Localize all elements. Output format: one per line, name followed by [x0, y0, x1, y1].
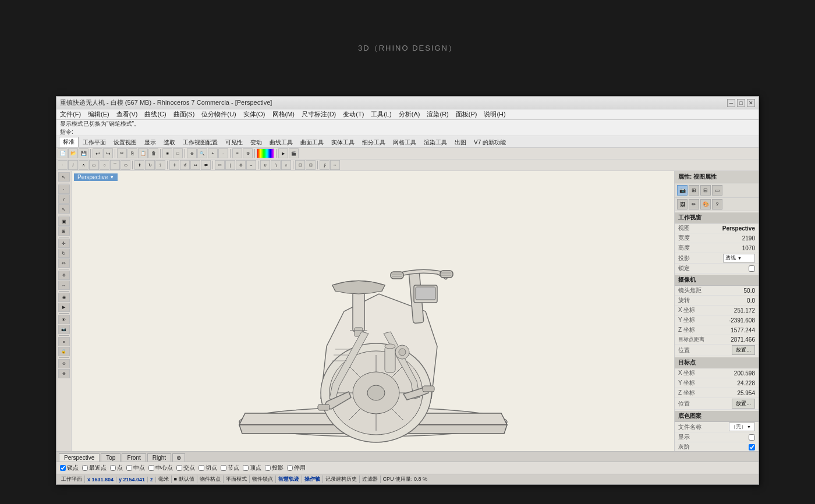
menu-analysis[interactable]: 分析(A)	[398, 110, 421, 119]
tb-render[interactable]: ▶	[278, 148, 288, 158]
tb2-scale[interactable]: ⇔	[190, 160, 200, 170]
tab-v7-new[interactable]: V7 的新功能	[470, 138, 509, 147]
tb2-join[interactable]: ⊕	[236, 160, 246, 170]
tb-undo[interactable]: ↩	[93, 148, 102, 158]
menu-render[interactable]: 渲染(R)	[426, 110, 449, 119]
lt-mesh[interactable]: ⊞	[58, 226, 70, 236]
lt-point[interactable]: ·	[58, 184, 70, 194]
bg-file-selector[interactable]: （无） ▼	[729, 423, 755, 431]
tab-solid-tools[interactable]: 实体工具	[328, 138, 358, 147]
btab-right[interactable]: Right	[147, 453, 171, 462]
tb-layer[interactable]: ≡	[232, 148, 242, 158]
menu-surface[interactable]: 曲面(S)	[172, 110, 196, 119]
btn-cam-pos[interactable]: 放置...	[732, 345, 755, 355]
lt-line[interactable]: /	[58, 194, 70, 204]
checkbox-bg-show[interactable]	[749, 434, 755, 441]
tab-subd-tools[interactable]: 细分工具	[359, 138, 389, 147]
lt-surface[interactable]: ▣	[58, 216, 70, 226]
menu-view[interactable]: 查看(V)	[115, 110, 139, 119]
checkbox-bg-gray[interactable]	[749, 444, 755, 450]
snap-vertex[interactable]: 顶点	[243, 464, 261, 472]
panel-icon-color[interactable]: 🎨	[700, 199, 711, 210]
lt-named-views[interactable]: 👁	[58, 315, 70, 324]
snap-center[interactable]: 中心点	[148, 464, 173, 472]
lt-scale[interactable]: ⇔	[58, 258, 70, 268]
tab-layout[interactable]: 出图	[451, 138, 470, 147]
tb-open[interactable]: 📂	[68, 148, 78, 158]
panel-icon-grid[interactable]: ⊟	[700, 185, 711, 196]
tb2-rotate[interactable]: ↺	[180, 160, 190, 170]
menu-tools[interactable]: 工具(L)	[370, 110, 392, 119]
tab-render-tools[interactable]: 渲染工具	[420, 138, 451, 147]
tb-zoom-out[interactable]: -	[218, 148, 228, 158]
lt-render2[interactable]: ▶	[58, 303, 70, 312]
btab-top[interactable]: Top	[101, 453, 121, 462]
tb2-point[interactable]: ·	[58, 160, 68, 170]
btab-add[interactable]: ⊕	[172, 453, 185, 462]
minimize-button[interactable]: ─	[727, 99, 735, 107]
tb-properties[interactable]: ⚙	[243, 148, 253, 158]
tb-select-all[interactable]: ■	[162, 148, 172, 158]
tb2-ellipse[interactable]: ⬭	[121, 160, 130, 170]
close-button[interactable]: ✕	[747, 99, 755, 107]
tb2-loft[interactable]: ⟟	[155, 160, 165, 170]
panel-icon-help[interactable]: ?	[712, 199, 722, 210]
tb-save[interactable]: 💾	[79, 148, 88, 158]
panel-icon-edit[interactable]: ✏	[689, 199, 699, 210]
lt-cursor[interactable]: ↖	[58, 172, 70, 182]
snap-lock[interactable]: 锁点	[60, 464, 79, 472]
lt-dim[interactable]: ↔	[58, 281, 70, 290]
tb-color-swatch[interactable]	[257, 148, 274, 158]
tb2-polyline[interactable]: ∧	[79, 160, 88, 170]
tab-setview[interactable]: 设置视图	[110, 138, 140, 147]
tb2-trim[interactable]: ✂	[215, 160, 225, 170]
menu-curve[interactable]: 曲线(C)	[143, 110, 167, 119]
checkbox-locked[interactable]	[749, 265, 755, 272]
btab-perspective[interactable]: Perspective	[59, 453, 100, 462]
tab-curve-tools[interactable]: 曲线工具	[266, 138, 296, 147]
lt-curve[interactable]: ∿	[58, 204, 70, 214]
btab-front[interactable]: Front	[122, 453, 146, 462]
tb2-boolean-int[interactable]: ∩	[281, 160, 291, 170]
tb2-circle[interactable]: ○	[100, 160, 109, 170]
snap-midpoint[interactable]: 中点	[126, 464, 145, 472]
snap-project[interactable]: 投影	[265, 464, 284, 472]
menu-subobject[interactable]: 位分物件(U)	[200, 110, 237, 119]
snap-intersect[interactable]: 交点	[176, 464, 195, 472]
tab-standard[interactable]: 标准	[59, 137, 79, 147]
menu-help[interactable]: 说明(H)	[483, 110, 506, 119]
lt-extra1[interactable]: ⊙	[58, 359, 70, 368]
tb2-revolve[interactable]: ↻	[145, 160, 155, 170]
menu-edit[interactable]: 编辑(E)	[87, 110, 111, 119]
lt-extra2[interactable]: ⊗	[58, 369, 70, 378]
snap-nearest[interactable]: 最近点	[82, 464, 107, 472]
maximize-button[interactable]: □	[737, 99, 745, 107]
tb2-analyze[interactable]: ∱	[320, 160, 329, 170]
lt-rotate[interactable]: ↻	[58, 249, 70, 258]
snap-disable[interactable]: 停用	[287, 464, 306, 472]
tb-cut[interactable]: ✂	[117, 148, 127, 158]
panel-icon-screenshot[interactable]: 🖼	[677, 199, 688, 210]
tb-redo[interactable]: ↪	[103, 148, 113, 158]
tb-zoom-ext[interactable]: ⊕	[187, 148, 197, 158]
tb-deselect[interactable]: □	[173, 148, 183, 158]
tb2-boolean-diff[interactable]: ∖	[271, 160, 281, 170]
status-op-axis[interactable]: 操作轴	[302, 475, 323, 483]
lt-snap[interactable]: ⊕	[58, 271, 70, 280]
tb2-arc[interactable]: ⌒	[110, 160, 120, 170]
menu-file[interactable]: 文件(F)	[59, 110, 82, 119]
tab-visibility[interactable]: 可见性	[222, 138, 246, 147]
tb-zoom-win[interactable]: 🔍	[197, 148, 207, 158]
tab-select[interactable]: 选取	[160, 138, 179, 147]
snap-tangent[interactable]: 切点	[199, 464, 217, 472]
lt-layers[interactable]: ≡	[58, 337, 70, 346]
menu-dim[interactable]: 尺寸标注(D)	[300, 110, 337, 119]
tab-workplane[interactable]: 工作平面	[79, 138, 109, 147]
menu-transform[interactable]: 变动(T)	[342, 110, 365, 119]
lt-lock[interactable]: 🔒	[58, 347, 70, 356]
tb2-fillet[interactable]: ⌣	[246, 160, 256, 170]
viewport-label[interactable]: Perspective ▼	[74, 173, 118, 181]
btn-tgt-pos[interactable]: 放置...	[732, 399, 755, 409]
tb2-ungroup[interactable]: ⊟	[306, 160, 316, 170]
tb-zoom-in[interactable]: +	[208, 148, 218, 158]
